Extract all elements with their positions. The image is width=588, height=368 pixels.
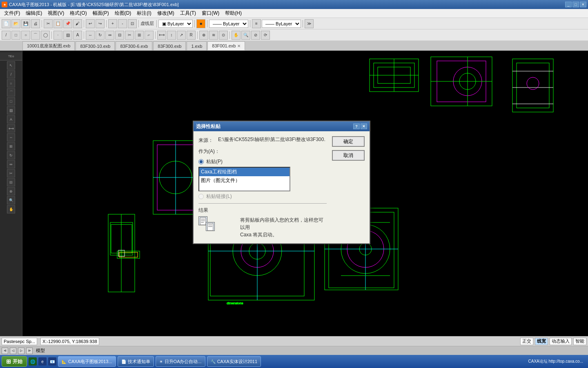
left-rotate-btn[interactable]: ↻: [7, 151, 15, 159]
menu-view[interactable]: 视图(V): [45, 9, 67, 18]
cancel-button[interactable]: 取消: [332, 150, 365, 161]
fillet-btn[interactable]: ⌐: [145, 31, 154, 40]
copy-button[interactable]: 📋: [53, 19, 62, 28]
left-rect-btn[interactable]: □: [7, 97, 15, 105]
paste-list-item-1[interactable]: 图片（图元文件）: [199, 176, 290, 185]
draw-hatch-btn[interactable]: ▨: [63, 31, 72, 40]
dialog-help-button[interactable]: ?: [353, 123, 360, 129]
draw-circle-btn[interactable]: ○: [21, 31, 30, 40]
undo-button[interactable]: ↩: [86, 19, 95, 28]
menu-file[interactable]: 文件(F): [2, 9, 22, 18]
taskbar-item-2[interactable]: ☀ 日升OA办公自动...: [156, 356, 205, 367]
left-zoom-btn[interactable]: 🔍: [7, 196, 15, 204]
left-select-btn[interactable]: ↖: [7, 61, 15, 70]
tab-2[interactable]: 83F300-6.exb: [116, 41, 152, 50]
draw-text-btn[interactable]: A: [73, 31, 82, 40]
dim-align-btn[interactable]: ↗: [177, 31, 186, 40]
save-button[interactable]: 💾: [21, 19, 30, 28]
left-text-btn[interactable]: A: [7, 115, 15, 123]
ok-button[interactable]: 确定: [332, 136, 365, 147]
taskbar-item-0[interactable]: 📐 CAXA电子图板2013...: [58, 356, 116, 367]
linewidth-dropdown[interactable]: —— ByLayer: [262, 20, 301, 28]
linewidth-toggle[interactable]: 线宽: [535, 338, 548, 345]
paste-dialog[interactable]: 选择性粘贴 ? ✕ 来源： E:\服务\CK5525\轴研所\第二批\83F\整…: [193, 121, 370, 244]
draw-arc-btn[interactable]: ⌒: [31, 31, 40, 40]
left-trim-btn[interactable]: ✂: [7, 169, 15, 177]
menu-page[interactable]: 幅面(P): [90, 9, 111, 18]
draw-line-btn[interactable]: /: [2, 31, 11, 40]
left-arc-btn[interactable]: ⌒: [7, 88, 15, 96]
mirror-btn[interactable]: ⇔: [105, 31, 114, 40]
zoom-prev-btn[interactable]: ⊘: [251, 31, 260, 40]
close-window-button[interactable]: ✕: [580, 2, 586, 7]
left-hatch-btn[interactable]: ▨: [7, 106, 15, 114]
extend-btn[interactable]: ⊞: [135, 31, 144, 40]
zoom-all-button[interactable]: ⊡: [128, 19, 137, 28]
zoom-window-btn[interactable]: 🔍: [241, 31, 250, 40]
format-paint-button[interactable]: 🖌: [73, 19, 82, 28]
nav-prev-btn[interactable]: ◁: [10, 348, 16, 354]
tab-1[interactable]: 83F300-10.exb: [76, 41, 115, 50]
left-circle-btn[interactable]: ○: [7, 79, 15, 88]
menu-modify[interactable]: 修改(M): [155, 9, 177, 18]
offset-btn[interactable]: ⊟: [115, 31, 124, 40]
new-button[interactable]: 📄: [2, 19, 11, 28]
redraw-btn[interactable]: ⟳: [261, 31, 270, 40]
paste-list-item-0[interactable]: Caxa工程绘图档: [199, 168, 290, 176]
nav-first-btn[interactable]: ⊲: [2, 348, 8, 354]
left-copy-btn[interactable]: ⊞: [7, 142, 15, 150]
print-button[interactable]: 🖨: [31, 19, 40, 28]
ortho-toggle[interactable]: 正交: [520, 338, 533, 345]
trim-btn[interactable]: ✂: [125, 31, 134, 40]
attrib-btn[interactable]: ⊙: [219, 31, 228, 40]
menu-edit[interactable]: 编辑(E): [23, 9, 45, 18]
smart-toggle[interactable]: 智能: [573, 338, 586, 345]
pan-btn[interactable]: ✋: [232, 31, 241, 40]
rotate-btn[interactable]: ↻: [96, 31, 105, 40]
snap-btn[interactable]: ⊕: [199, 31, 208, 40]
layer-btn2[interactable]: ≋: [209, 31, 218, 40]
tray-icon-1[interactable]: 🌐: [29, 357, 37, 366]
nav-next-btn[interactable]: ▷: [18, 348, 24, 354]
taskbar-item-1[interactable]: 📄 技术通知单: [118, 356, 154, 367]
dialog-title-bar[interactable]: 选择性粘贴 ? ✕: [194, 121, 370, 131]
menu-draw[interactable]: 绘图(D): [112, 9, 134, 18]
tab-3[interactable]: 83F300.exb: [153, 41, 186, 50]
menu-format[interactable]: 格式(O): [67, 9, 89, 18]
menu-window[interactable]: 窗口(W): [199, 9, 222, 18]
dialog-close-button[interactable]: ✕: [361, 123, 367, 129]
paste-button[interactable]: 📌: [63, 19, 72, 28]
tab-4[interactable]: 1.exb: [187, 41, 207, 50]
layer-dropdown[interactable]: ▣ ByLayer: [158, 20, 193, 28]
left-snap-btn[interactable]: ⊕: [7, 187, 15, 195]
draw-rect-btn[interactable]: □: [11, 31, 20, 40]
nav-last-btn[interactable]: ⊳: [26, 348, 33, 354]
taskbar-item-3[interactable]: 🔧 CAXA实体设计2011: [207, 356, 261, 367]
tray-icon-2[interactable]: e: [38, 357, 47, 366]
paste-list[interactable]: Caxa工程绘图档 图片（图元文件）: [198, 167, 290, 191]
color-btn[interactable]: ■: [196, 19, 205, 28]
minimize-button[interactable]: _: [565, 2, 572, 7]
left-pan-btn[interactable]: ✋: [7, 205, 15, 213]
menu-tools[interactable]: 工具(T): [178, 9, 198, 18]
more-btn[interactable]: ≫: [305, 19, 314, 28]
left-mirror-btn[interactable]: ⇔: [7, 160, 15, 168]
left-dim-btn[interactable]: ⟷: [7, 124, 15, 132]
menu-help[interactable]: 帮助(H): [223, 9, 244, 18]
dim-vert-btn[interactable]: ↕: [167, 31, 176, 40]
paste-link-radio[interactable]: [198, 194, 204, 199]
paste-radio[interactable]: [198, 159, 204, 164]
left-extend-btn[interactable]: ⊟: [7, 178, 15, 186]
menu-annotate[interactable]: 标注(I): [134, 9, 154, 18]
tab-0[interactable]: 10001底座装配图.exb: [22, 41, 75, 50]
draw-ellipse-btn[interactable]: ◯: [41, 31, 50, 40]
tab-close-icon[interactable]: ✕: [237, 44, 241, 48]
cut-button[interactable]: ✂: [44, 19, 53, 28]
dynamic-input-toggle[interactable]: 动态输入: [550, 338, 572, 345]
dimension-btn[interactable]: ⟷: [157, 31, 166, 40]
maximize-button[interactable]: □: [572, 2, 579, 7]
redo-button[interactable]: ↪: [96, 19, 105, 28]
open-button[interactable]: 📂: [11, 19, 20, 28]
left-line-btn[interactable]: /: [7, 70, 15, 79]
left-move-btn[interactable]: ↔: [7, 133, 15, 141]
